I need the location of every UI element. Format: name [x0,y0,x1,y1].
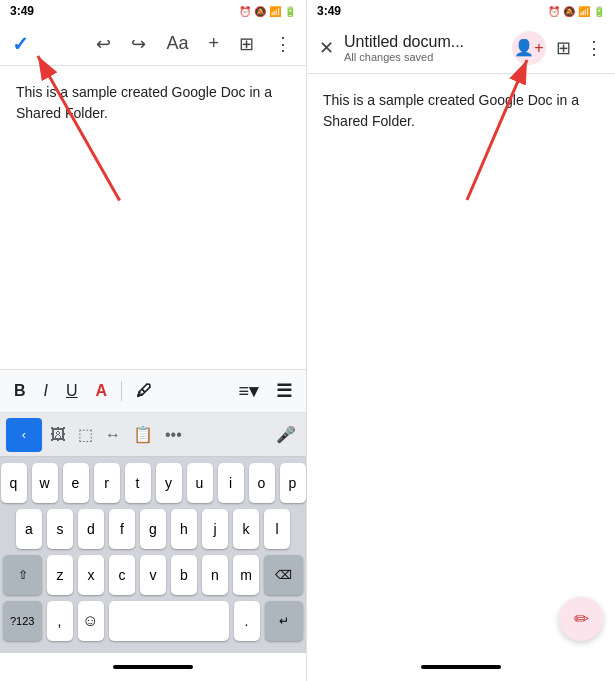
left-doc-text: This is a sample created Google Doc in a… [16,84,272,121]
kb-row-2: a s d f g h j k l [3,509,303,549]
list-button[interactable]: ☰ [272,378,296,404]
layout-button[interactable]: ⊞ [233,29,260,59]
check-button[interactable]: ✓ [8,28,33,60]
underline-button[interactable]: U [62,380,82,402]
kb-row-1: q w e r t y u i o p [3,463,303,503]
key-o[interactable]: o [249,463,275,503]
right-status-icons: ⏰ 🔕 📶 🔋 [548,6,605,17]
key-n[interactable]: n [202,555,228,595]
left-time: 3:49 [10,4,34,18]
key-u[interactable]: u [187,463,213,503]
key-comma[interactable]: , [47,601,73,641]
key-j[interactable]: j [202,509,228,549]
left-bottom-bar [0,653,306,681]
kb-paste-button[interactable]: 📋 [129,421,157,448]
key-t[interactable]: t [125,463,151,503]
highlight-button[interactable]: 🖊 [132,380,156,402]
right-alarm-icon: ⏰ [548,6,560,17]
battery-icon: 🔋 [284,6,296,17]
home-indicator [113,665,193,669]
key-r[interactable]: r [94,463,120,503]
right-bottom-bar [307,653,615,681]
italic-button[interactable]: I [40,380,52,402]
key-c[interactable]: c [109,555,135,595]
right-time: 3:49 [317,4,341,18]
signal-icon: 📶 [269,6,281,17]
key-h[interactable]: h [171,509,197,549]
right-more-button[interactable]: ⋮ [581,33,607,63]
key-q[interactable]: q [1,463,27,503]
key-space[interactable] [109,601,229,641]
key-return[interactable]: ↵ [265,601,304,641]
key-numbers[interactable]: ?123 [3,601,42,641]
right-doc-text: This is a sample created Google Doc in a… [323,92,579,129]
key-g[interactable]: g [140,509,166,549]
left-status-bar: 3:49 ⏰ 🔕 📶 🔋 [0,0,306,22]
key-period[interactable]: . [234,601,260,641]
align-button[interactable]: ≡▾ [234,378,262,404]
alarm-icon: ⏰ [239,6,251,17]
undo-button[interactable]: ↩ [90,29,117,59]
bold-button[interactable]: B [10,380,30,402]
key-m[interactable]: m [233,555,259,595]
kb-indent-button[interactable]: ↔ [101,422,125,448]
right-status-bar: 3:49 ⏰ 🔕 📶 🔋 [307,0,615,22]
key-shift[interactable]: ⇧ [3,555,42,595]
kb-mic-button[interactable]: 🎤 [272,421,300,448]
right-battery-icon: 🔋 [593,6,605,17]
key-i[interactable]: i [218,463,244,503]
more-button[interactable]: ⋮ [268,29,298,59]
key-k[interactable]: k [233,509,259,549]
kb-row-4: ?123 , ☺ . ↵ [3,601,303,641]
right-panel: 3:49 ⏰ 🔕 📶 🔋 ✕ Untitled docum... All cha… [307,0,615,681]
key-backspace[interactable]: ⌫ [264,555,303,595]
share-icon: 👤+ [514,38,543,57]
right-toolbar: ✕ Untitled docum... All changes saved 👤+… [307,22,615,74]
kb-back-button[interactable]: ‹ [6,418,42,452]
key-b[interactable]: b [171,555,197,595]
right-mute-icon: 🔕 [563,6,575,17]
key-a[interactable]: a [16,509,42,549]
key-e[interactable]: e [63,463,89,503]
kb-row-3: ⇧ z x c v b n m ⌫ [3,555,303,595]
key-z[interactable]: z [47,555,73,595]
kb-more-button[interactable]: ••• [161,422,186,448]
key-d[interactable]: d [78,509,104,549]
title-area: Untitled docum... All changes saved [344,33,506,63]
key-l[interactable]: l [264,509,290,549]
left-toolbar: ✓ ↩ ↪ Aa + ⊞ ⋮ [0,22,306,66]
key-w[interactable]: w [32,463,58,503]
right-layout-button[interactable]: ⊞ [552,33,575,63]
left-status-icons: ⏰ 🔕 📶 🔋 [239,6,296,17]
key-p[interactable]: p [280,463,306,503]
right-doc-content[interactable]: This is a sample created Google Doc in a… [307,74,615,653]
edit-fab[interactable]: ✏ [559,597,603,641]
key-s[interactable]: s [47,509,73,549]
key-v[interactable]: v [140,555,166,595]
share-button[interactable]: 👤+ [512,31,546,65]
key-x[interactable]: x [78,555,104,595]
right-signal-icon: 📶 [578,6,590,17]
key-emoji[interactable]: ☺ [78,601,104,641]
doc-subtitle: All changes saved [344,51,506,63]
redo-button[interactable]: ↪ [125,29,152,59]
kb-toolbar: ‹ 🖼 ⬚ ↔ 📋 ••• 🎤 [0,413,306,457]
toolbar-separator [121,381,122,401]
keyboard: q w e r t y u i o p a s d f g h j k l ⇧ … [0,457,306,653]
key-y[interactable]: y [156,463,182,503]
format-text-button[interactable]: Aa [160,29,194,58]
format-toolbar: B I U A 🖊 ≡▾ ☰ [0,369,306,413]
kb-image-button[interactable]: 🖼 [46,422,70,448]
left-panel: 3:49 ⏰ 🔕 📶 🔋 ✓ ↩ ↪ Aa + ⊞ ⋮ This is a sa… [0,0,307,681]
right-home-indicator [421,665,501,669]
add-button[interactable]: + [202,29,225,58]
close-button[interactable]: ✕ [315,33,338,63]
doc-title[interactable]: Untitled docum... [344,33,506,51]
text-color-button[interactable]: A [92,380,112,402]
left-doc-content[interactable]: This is a sample created Google Doc in a… [0,66,306,369]
mute-icon: 🔕 [254,6,266,17]
kb-select-button[interactable]: ⬚ [74,421,97,448]
key-f[interactable]: f [109,509,135,549]
pencil-icon: ✏ [574,608,589,630]
